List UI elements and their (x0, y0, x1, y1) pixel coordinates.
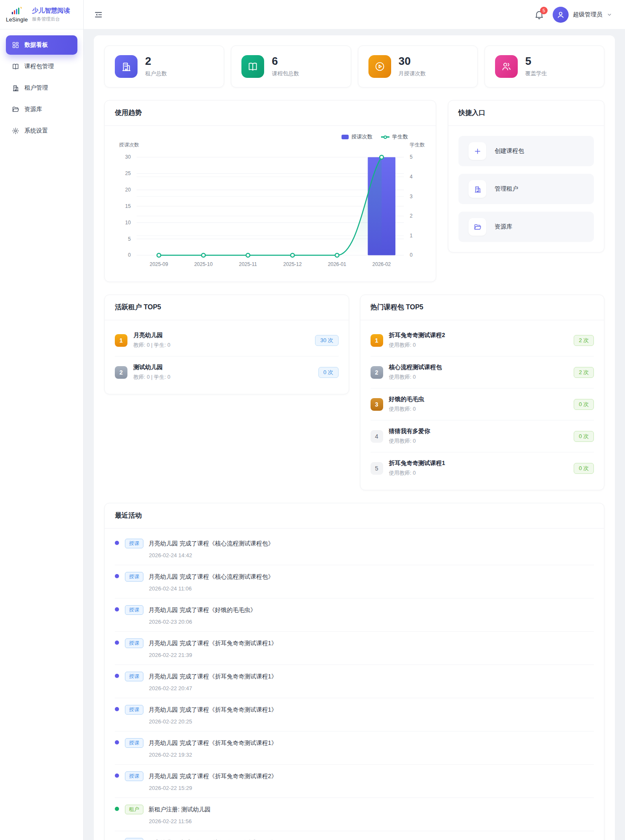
usage-count-pill: 2 次 (574, 367, 594, 378)
svg-text:10: 10 (125, 220, 131, 226)
usage-count-pill: 2 次 (574, 335, 594, 346)
sidebar-item-tenants[interactable]: 租户管理 (6, 78, 77, 98)
svg-text:授课次数: 授课次数 (119, 142, 139, 148)
user-name: 超级管理员 (573, 11, 602, 19)
activity-item: 授课月亮幼儿园 完成了课程《折耳兔奇奇测试课程1》2026-02-21 20:1… (115, 831, 594, 840)
sidebar-collapse-icon[interactable] (94, 10, 103, 19)
svg-text:2026-01: 2026-01 (328, 261, 346, 267)
activity-dot (115, 541, 119, 545)
activity-type-badge: 授课 (125, 638, 143, 648)
stat-label: 租户总数 (145, 70, 167, 77)
activity-time: 2026-02-22 11:56 (149, 818, 211, 824)
activity-item: 租户新租户注册: 测试幼儿园2026-02-22 11:56 (115, 798, 594, 831)
product-subtitle: 服务管理后台 (32, 16, 70, 22)
dashboard-grid-icon (12, 41, 19, 49)
activity-time: 2026-02-22 19:32 (149, 752, 277, 758)
app-root: LeSingle 少儿智慧阅读 服务管理后台 数据看板 课程包管理 租户管理 (0, 0, 625, 840)
activity-text: 月亮幼儿园 完成了课程《核心流程测试课程包》 (148, 540, 274, 548)
building-icon (469, 180, 486, 198)
notification-count-badge: 5 (540, 7, 548, 14)
svg-text:4: 4 (410, 174, 413, 180)
sidebar-item-resources[interactable]: 资源库 (6, 100, 77, 119)
plus-icon (469, 142, 486, 160)
activity-type-badge: 授课 (125, 738, 143, 748)
sidebar-item-label: 资源库 (24, 106, 42, 113)
folder-icon (12, 106, 19, 113)
activity-type-badge: 授课 (125, 838, 143, 840)
logo-bars-icon (11, 6, 23, 16)
usage-trend-chart: 051015202530012345授课次数学生数2025-092025-102… (113, 133, 427, 272)
legend-item-students[interactable]: 学生数 (381, 133, 408, 141)
notifications-button[interactable]: 5 (534, 10, 544, 20)
section-title: 使用趋势 (105, 101, 436, 126)
stat-value: 6 (272, 56, 299, 66)
legend-item-lessons[interactable]: 授课次数 (342, 133, 373, 141)
package-rank-row: 5 折耳兔奇奇测试课程1 使用教师: 0 0 次 (371, 452, 594, 484)
stat-label: 课程包总数 (272, 70, 299, 77)
user-menu[interactable]: 超级管理员 (553, 7, 612, 23)
sidebar-item-label: 课程包管理 (24, 63, 54, 70)
activity-dot (115, 774, 119, 778)
quick-entry-create-package[interactable]: 创建课程包 (458, 136, 594, 166)
activity-item: 授课月亮幼儿园 完成了课程《折耳兔奇奇测试课程2》2026-02-22 15:2… (115, 765, 594, 798)
svg-text:2025-09: 2025-09 (150, 261, 168, 267)
sidebar-item-label: 系统设置 (24, 127, 48, 135)
sidebar-item-label: 数据看板 (24, 41, 48, 49)
svg-text:2025-12: 2025-12 (283, 261, 302, 267)
package-rank-row: 4 猜猜我有多爱你 使用教师: 0 0 次 (371, 420, 594, 452)
sidebar-item-dashboard[interactable]: 数据看板 (6, 35, 77, 55)
stats-row: 2 租户总数 6 课程包总数 30 月授课次数 (104, 45, 604, 88)
chart-legend: 授课次数 学生数 (342, 133, 408, 141)
svg-text:学生数: 学生数 (410, 142, 425, 148)
svg-text:2025-10: 2025-10 (194, 261, 213, 267)
package-name: 好饿的毛毛虫 (389, 396, 424, 403)
quick-entry-manage-tenants[interactable]: 管理租户 (458, 174, 594, 204)
activity-time: 2026-02-23 20:06 (149, 619, 256, 625)
activity-text: 月亮幼儿园 完成了课程《折耳兔奇奇测试课程2》 (148, 773, 277, 780)
package-meta: 使用教师: 0 (389, 342, 445, 349)
quick-entry-label: 管理租户 (495, 185, 518, 193)
folder-icon (469, 218, 486, 236)
activity-time: 2026-02-22 15:29 (149, 785, 277, 791)
tenant-rank-row: 2 测试幼儿园 教师: 0 | 学生: 0 0 次 (115, 356, 339, 388)
activity-dot (115, 574, 119, 578)
svg-text:1: 1 (410, 233, 413, 239)
chevron-down-icon (606, 12, 612, 18)
activity-item: 授课月亮幼儿园 完成了课程《折耳兔奇奇测试课程1》2026-02-22 20:4… (115, 665, 594, 698)
package-rank-row: 1 折耳兔奇奇测试课程2 使用教师: 0 2 次 (371, 324, 594, 356)
quick-entry-resources[interactable]: 资源库 (458, 212, 594, 242)
rank-badge: 1 (371, 334, 383, 347)
activity-item: 授课月亮幼儿园 完成了课程《折耳兔奇奇测试课程1》2026-02-22 21:3… (115, 632, 594, 665)
activity-type-badge: 授课 (125, 572, 143, 582)
section-title: 活跃租户 TOP5 (105, 295, 349, 320)
sidebar-item-settings[interactable]: 系统设置 (6, 121, 77, 141)
package-meta: 使用教师: 0 (389, 406, 424, 413)
legend-label: 学生数 (392, 133, 408, 141)
activity-item: 授课月亮幼儿园 完成了课程《好饿的毛毛虫》2026-02-23 20:06 (115, 598, 594, 632)
product-name: 少儿智慧阅读 (32, 7, 70, 15)
svg-text:2025-11: 2025-11 (239, 261, 257, 267)
activity-text: 月亮幼儿园 完成了课程《折耳兔奇奇测试课程1》 (148, 640, 277, 647)
sidebar-item-label: 租户管理 (24, 84, 48, 92)
activity-text: 新租户注册: 测试幼儿园 (148, 806, 211, 813)
activity-type-badge: 授课 (125, 705, 143, 715)
building-icon (115, 55, 138, 78)
package-meta: 使用教师: 0 (389, 470, 445, 477)
rank-badge: 3 (371, 398, 383, 411)
quick-entry-card: 快捷入口 创建课程包 管理租户 (448, 100, 604, 253)
package-name: 核心流程测试课程包 (389, 364, 442, 371)
brand-logo: LeSingle (6, 6, 28, 23)
lesson-count-pill: 0 次 (318, 367, 339, 378)
tenant-name: 测试幼儿园 (133, 364, 170, 371)
rank-badge: 2 (371, 366, 383, 379)
top-header: 5 超级管理员 (84, 0, 625, 29)
main-content: 2 租户总数 6 课程包总数 30 月授课次数 (84, 29, 625, 840)
rank-badge: 1 (115, 334, 127, 347)
svg-text:0: 0 (128, 252, 131, 258)
sidebar-item-course-packages[interactable]: 课程包管理 (6, 57, 77, 76)
activity-text: 月亮幼儿园 完成了课程《折耳兔奇奇测试课程1》 (148, 739, 277, 747)
svg-text:5: 5 (410, 154, 413, 160)
section-title: 快捷入口 (448, 101, 604, 126)
activity-dot (115, 607, 119, 611)
play-circle-icon (368, 55, 391, 78)
